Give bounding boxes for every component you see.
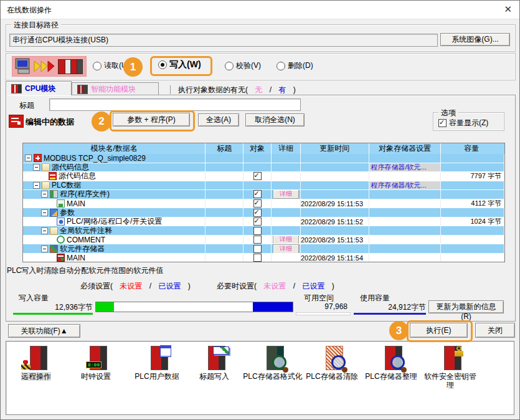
tree-collapse-icon[interactable]	[41, 209, 48, 216]
parameter-folder-icon	[50, 209, 58, 217]
write-capacity-underline	[13, 313, 93, 315]
toolbar-item-5[interactable]: PLC存储器格式化	[243, 345, 303, 381]
target-checkbox[interactable]	[253, 245, 262, 253]
close-icon[interactable]: ✕	[504, 4, 512, 15]
refresh-info-button[interactable]: 更新为最新的信息(R)	[428, 300, 504, 313]
options-group-label: 选项	[438, 108, 458, 118]
table-row[interactable]: COMMENT详细2022/08/29 15:11:53	[23, 236, 504, 245]
toolbar-item-2[interactable]: 时钟设置	[66, 345, 126, 381]
target-memory-setting[interactable]: 程序存储器/软元...	[369, 181, 441, 189]
radio-write[interactable]: 写入(W)	[158, 59, 201, 70]
title-write-icon	[199, 345, 229, 370]
header-target-memory-setting[interactable]: 对象存储器设置	[369, 143, 442, 154]
update-time-cell: 2022/08/29 15:11:54	[301, 254, 369, 262]
tree-collapse-icon[interactable]	[41, 191, 48, 198]
capacity-cell	[441, 226, 504, 235]
tree-collapse-icon[interactable]	[25, 155, 32, 161]
radio-delete-circle	[277, 62, 285, 70]
toolbar-item-4[interactable]: 标题写入	[184, 345, 244, 381]
header-module-data-name[interactable]: 模块名/数据名	[23, 143, 206, 154]
pc-to-plc-graphic	[12, 56, 87, 77]
remote-operation-icon	[21, 345, 51, 370]
module-data-name-cell: 程序(程序文件)	[23, 190, 206, 199]
close-button[interactable]: 关闭	[475, 323, 515, 338]
target-checkbox[interactable]	[253, 217, 262, 226]
editing-data-heading: 编辑中的数据	[26, 117, 74, 128]
table-row[interactable]: PLC数据程序存储器/软元...	[23, 181, 504, 191]
table-row[interactable]: PLC/网络/远程口令/开关设置2022/08/29 15:11:521024 …	[23, 217, 504, 227]
update-time-cell: 2022/08/29 15:11:53	[301, 199, 369, 208]
table-row[interactable]: 源代码信息7797 字节	[23, 172, 504, 181]
table-row[interactable]: MODBUS TCP_Q_simple0829	[23, 154, 504, 163]
module-data-name-cell: MODBUS TCP_Q_simple0829	[23, 154, 206, 163]
program-folder-icon	[50, 190, 58, 198]
header-capacity[interactable]: 容量	[441, 143, 504, 154]
toolbar-item-6[interactable]: PLC存储器清除	[302, 345, 362, 381]
target-checkbox[interactable]	[253, 199, 262, 208]
toolbar-item-1[interactable]: 远程操作	[6, 345, 66, 381]
target-cell	[243, 163, 272, 172]
table-row[interactable]: 参数	[23, 208, 504, 217]
target-cell	[243, 190, 272, 199]
title-field-label: 标题	[19, 100, 34, 111]
toolbar-item-label: PLC存储器整理	[365, 372, 417, 381]
header-update-time[interactable]: 更新时间	[301, 143, 369, 154]
target-checkbox[interactable]	[253, 227, 262, 235]
title-input[interactable]	[49, 98, 301, 111]
optional-setting-status: 必要时设置( 未设置 / 已设置 )	[217, 281, 334, 292]
plc-memory-format-icon	[258, 345, 288, 370]
toolbar-item-3[interactable]: PLC用户数据	[127, 345, 187, 381]
related-functions-button[interactable]: 关联功能(F)▲	[8, 324, 80, 338]
target-cell	[243, 208, 272, 217]
capacity-cell	[441, 154, 504, 163]
tree-collapse-icon[interactable]	[41, 246, 48, 252]
radio-verify[interactable]: 校验(V)	[225, 60, 261, 71]
target-checkbox[interactable]	[253, 190, 262, 198]
system-image-button[interactable]: 系统图像(G)...	[440, 33, 510, 46]
used-capacity-value: 24,912字节	[352, 302, 426, 313]
plc-memory-clear-icon	[317, 345, 347, 370]
table-row[interactable]: 程序(程序文件)详细	[23, 190, 504, 199]
radio-delete[interactable]: 删除(D)	[277, 60, 313, 71]
detail-button[interactable]: 详细	[273, 236, 299, 244]
table-row[interactable]: MAIN2022/08/29 15:11:534112 字节	[23, 199, 504, 209]
target-checkbox[interactable]	[253, 172, 262, 180]
tree-collapse-icon[interactable]	[41, 227, 48, 234]
capacity-display-option[interactable]: 容量显示(Z)	[438, 118, 488, 128]
table-row[interactable]: 全局软元件注释	[23, 226, 504, 236]
table-row[interactable]: MAIN2022/08/29 15:11:54	[23, 254, 504, 262]
header-target[interactable]: 对象	[243, 143, 272, 154]
options-group: 选项 容量显示(Z)	[433, 112, 504, 131]
execute-button[interactable]: 执行(E)	[410, 323, 468, 338]
deselect-all-button[interactable]: 取消全选(N)	[245, 113, 305, 126]
tree-collapse-icon[interactable]	[33, 182, 40, 189]
title-cell	[206, 236, 243, 244]
project-icon	[34, 154, 42, 162]
toolbar-item-8[interactable]: 软件安全密钥管理	[420, 345, 480, 389]
target-memory-setting[interactable]: 程序存储器/软元...	[369, 163, 441, 171]
detail-button[interactable]: 详细	[273, 244, 299, 253]
toolbar-item-7[interactable]: PLC存储器整理	[361, 345, 421, 381]
table-row[interactable]: 软元件存储器详细	[23, 244, 504, 254]
parameter-program-button[interactable]: 参数 + 程序(P)	[113, 113, 190, 126]
data-name-label: 参数	[60, 208, 75, 217]
table-row[interactable]: 源代码信息程序存储器/软元...	[23, 163, 504, 173]
tab-cpu-module[interactable]: CPU模块	[6, 81, 72, 95]
comment-folder-icon	[50, 227, 58, 235]
header-title[interactable]: 标题	[206, 143, 243, 154]
detail-cell: 详细	[272, 190, 301, 199]
target-checkbox[interactable]	[253, 236, 262, 244]
select-all-button[interactable]: 全选(A)	[198, 113, 239, 126]
header-detail[interactable]: 详细	[272, 143, 301, 154]
tree-collapse-icon[interactable]	[33, 164, 40, 171]
target-memory-cell	[369, 172, 442, 181]
target-checkbox[interactable]	[253, 254, 262, 262]
folder-icon	[42, 181, 50, 189]
capacity-display-checkbox[interactable]	[438, 119, 447, 127]
capacity-cell	[441, 163, 504, 172]
comment-icon	[57, 236, 65, 244]
target-checkbox[interactable]	[253, 209, 262, 217]
tab-intelligent-function-module[interactable]: 智能功能模块	[72, 82, 159, 95]
detail-button[interactable]: 详细	[273, 190, 299, 199]
target-memory-cell	[369, 254, 442, 262]
